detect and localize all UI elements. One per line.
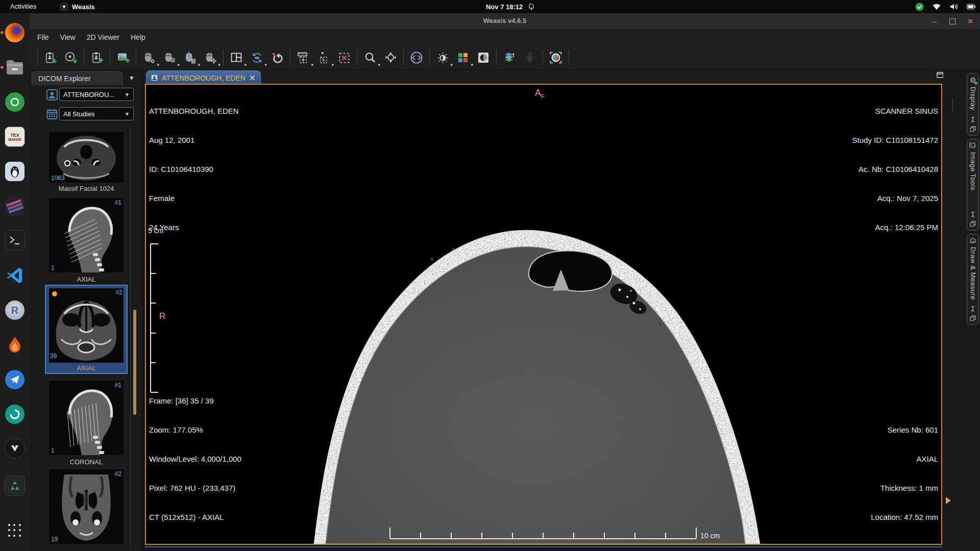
focused-app-indicator[interactable]: Weasis	[59, 0, 95, 13]
chevron-down-icon: ▼	[125, 111, 130, 117]
mouse-left-context-menu-button[interactable]	[159, 47, 180, 68]
layout-button[interactable]	[226, 47, 247, 68]
tab-image-tools[interactable]: Image Tools	[967, 139, 979, 231]
mpr-3d-button[interactable]	[499, 47, 520, 68]
export-dicom-button[interactable]	[87, 47, 107, 68]
dock-recycle-app-icon[interactable]	[4, 475, 26, 496]
update-check-icon	[915, 2, 924, 11]
dock-dark-v-app-icon[interactable]	[4, 438, 26, 459]
lut-button[interactable]	[453, 47, 473, 68]
series-thumbnail[interactable]: #1 1	[49, 198, 124, 272]
orientation-marker-right: R	[159, 311, 165, 321]
texmaker-text2: MAKER	[8, 138, 21, 141]
explorer-scrollbar-thumb[interactable]	[133, 310, 136, 415]
pin-icon	[970, 212, 976, 218]
measurement-tools-button[interactable]	[293, 47, 313, 68]
chevron-down-icon: ▼	[125, 92, 130, 97]
patient-tab-label: ATTENBOROUGH, EDEN	[162, 74, 246, 82]
overlay-frame-info: Frame: [36] 35 / 39 Zoom: 177.05% Window…	[149, 377, 241, 541]
thumbnail-frame-count: 19	[51, 536, 58, 543]
studies-select[interactable]: All Studies▼	[59, 107, 134, 120]
tab-image-tools-label: Image Tools	[969, 152, 977, 209]
dock-green-app-icon[interactable]	[4, 91, 26, 113]
menu-file[interactable]: File	[32, 29, 55, 46]
dock-stripes-app-icon[interactable]	[4, 195, 26, 217]
activities-button[interactable]: Activities	[7, 0, 39, 13]
ct-viewport[interactable]: ATTENBOROUGH, EDEN Aug 12, 2001 ID: C101…	[145, 84, 942, 545]
import-dicom-button[interactable]	[40, 47, 61, 68]
dock-firefox-icon[interactable]	[4, 22, 26, 43]
pin-icon	[970, 306, 976, 312]
window-level-presets-button[interactable]	[432, 47, 453, 68]
menu-2d-viewer[interactable]: 2D Viewer	[81, 29, 125, 46]
maximize-button[interactable]	[948, 17, 957, 26]
system-status-area[interactable]	[915, 0, 976, 13]
patient-icon	[46, 89, 58, 101]
volume-icon	[949, 2, 959, 11]
patient-tab[interactable]: ATTENBOROUGH, EDEN ✕	[146, 70, 261, 85]
notification-dot	[1, 31, 4, 34]
main-toolbar	[30, 46, 980, 70]
tab-close-icon[interactable]: ✕	[249, 74, 256, 82]
tab-display[interactable]: ⚙ Display	[967, 73, 979, 136]
dock-app-grid-icon[interactable]	[4, 520, 26, 541]
delete-measurements-button[interactable]	[334, 47, 354, 68]
dock-terminal-icon[interactable]	[4, 230, 26, 251]
dock-vscode-icon[interactable]	[4, 265, 26, 286]
thumbnail-series-badge: #1	[115, 382, 121, 389]
mouse-right-pan-button[interactable]	[200, 47, 220, 68]
window-titlebar[interactable]: Weasis v4.6.5 – ×	[30, 13, 980, 30]
detach-window-icon	[970, 221, 976, 227]
series-thumbnail[interactable]: #1 1	[49, 381, 124, 455]
dock: TEX MAKER R	[0, 13, 30, 551]
dock-flame-app-icon[interactable]	[4, 334, 26, 356]
focused-app-name: Weasis	[72, 3, 95, 11]
dock-texmaker-icon[interactable]: TEX MAKER	[4, 126, 26, 147]
dock-r-app-icon[interactable]: R	[4, 299, 26, 321]
explorer-scrollbar-track[interactable]	[130, 129, 131, 549]
dock-blue-app-icon[interactable]	[4, 369, 26, 390]
series-thumbnail[interactable]: #2 19	[49, 469, 124, 544]
gnome-top-bar: Activities Weasis Nov 7 18:12	[0, 0, 980, 13]
series-thumbnail-selected[interactable]: #2 39 AXIAL	[45, 285, 128, 374]
zoom-button[interactable]	[360, 47, 380, 68]
draw-tools-button[interactable]	[313, 47, 334, 68]
clock-menu[interactable]: Nov 7 18:12	[486, 0, 536, 13]
minimize-button[interactable]: –	[930, 17, 939, 26]
thumbnail-series-badge: #1	[115, 199, 121, 206]
menu-help[interactable]: Help	[125, 29, 151, 46]
screen: Activities Weasis Nov 7 18:12	[0, 0, 980, 551]
synch-button[interactable]	[247, 47, 267, 68]
export-image-button[interactable]	[113, 47, 133, 68]
bell-icon	[527, 2, 536, 11]
tab-draw-measure[interactable]: Draw & Measure	[967, 234, 979, 325]
volume-rendering-button[interactable]	[520, 47, 540, 68]
invert-lut-button[interactable]	[473, 47, 494, 68]
crosshair-button[interactable]	[406, 47, 427, 68]
close-button[interactable]: ×	[966, 17, 975, 26]
reset-button[interactable]	[267, 47, 287, 68]
patient-select[interactable]: ATTENBOROU...▼	[59, 88, 134, 101]
menu-view[interactable]: View	[55, 29, 81, 46]
dock-files-icon[interactable]	[4, 57, 26, 78]
thumbnail-frame-count: 1	[51, 447, 55, 454]
cube-3d-button[interactable]	[546, 47, 566, 68]
panel-splitter-grip[interactable]	[952, 98, 953, 113]
import-cd-button[interactable]	[61, 47, 81, 68]
pan-view-button[interactable]	[380, 47, 401, 68]
ct-image	[146, 85, 941, 544]
explorer-menu-caret-icon[interactable]: ▼	[129, 74, 135, 82]
dock-teal-app-icon[interactable]	[4, 404, 26, 425]
window-title: Weasis v4.6.5	[30, 13, 980, 29]
panel-expand-arrow-icon[interactable]	[946, 497, 951, 504]
thumbnail-caption: CORONAL	[30, 458, 143, 466]
thumbnail-image	[49, 288, 124, 363]
dock-tux-app-icon[interactable]	[4, 161, 26, 182]
calendar-icon	[46, 108, 58, 120]
mouse-middle-series-scroll-button[interactable]	[180, 47, 200, 68]
mouse-left-window-level-button[interactable]	[139, 47, 159, 68]
open-series-dot	[52, 291, 57, 296]
thumbnail-caption: AXIAL	[46, 364, 127, 372]
dicom-explorer-header[interactable]: DICOM Explorer	[32, 71, 122, 85]
series-thumbnail[interactable]: 1063	[49, 132, 124, 183]
